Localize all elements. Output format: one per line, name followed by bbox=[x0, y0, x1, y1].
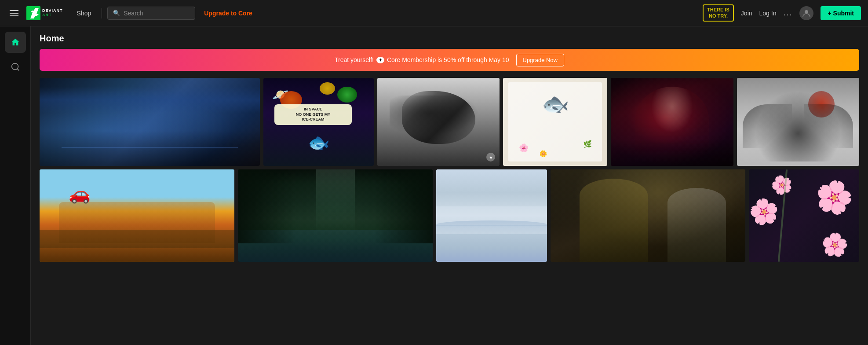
gallery-item-space-comic[interactable]: IN SPACENO ONE GETS MYICE-CREAM 🐟 bbox=[263, 78, 374, 166]
top-navigation: DEVIANT ART Shop 🔍 Upgrade to Core THERE… bbox=[0, 0, 868, 26]
gallery-item-horse-bw[interactable]: ★ bbox=[377, 78, 500, 166]
submit-button[interactable]: + Submit bbox=[821, 6, 861, 20]
gallery-item-dark-fantasy[interactable] bbox=[611, 78, 733, 166]
upgrade-now-button[interactable]: Upgrade Now bbox=[516, 54, 565, 66]
promo-banner: Treat yourself! ✦ Core Membership is 50%… bbox=[40, 49, 859, 71]
upgrade-core-link[interactable]: Upgrade to Core bbox=[204, 10, 252, 17]
login-link[interactable]: Log In bbox=[759, 10, 777, 17]
gallery-row-1: IN SPACENO ONE GETS MYICE-CREAM 🐟 ★ bbox=[40, 78, 859, 166]
promo-text: Treat yourself! ✦ Core Membership is 50%… bbox=[335, 56, 509, 63]
page-title: Home bbox=[40, 33, 859, 44]
sidebar-item-home[interactable] bbox=[5, 32, 26, 53]
gallery-item-urban-night[interactable] bbox=[40, 78, 260, 166]
gallery-item-fish-napkin[interactable]: 🐟 🌸 🌿 🌼 bbox=[503, 78, 607, 166]
svg-point-2 bbox=[11, 63, 18, 70]
gallery: IN SPACENO ONE GETS MYICE-CREAM 🐟 ★ bbox=[31, 78, 868, 262]
explore-icon bbox=[11, 62, 20, 72]
svg-line-3 bbox=[17, 69, 19, 70]
gallery-item-misty-landscape[interactable] bbox=[436, 169, 547, 262]
app-body: Home Treat yourself! ✦ Core Membership i… bbox=[0, 26, 868, 345]
gallery-item-dark-winged[interactable] bbox=[737, 78, 859, 166]
promo-line1: THERE IS bbox=[707, 7, 729, 13]
svg-point-1 bbox=[805, 10, 808, 14]
more-options-button[interactable]: ... bbox=[783, 8, 792, 18]
join-link[interactable]: Join bbox=[741, 10, 752, 17]
avatar-icon bbox=[802, 9, 810, 17]
search-box[interactable]: 🔍 bbox=[107, 7, 195, 20]
hamburger-menu[interactable] bbox=[7, 7, 21, 19]
sidebar bbox=[0, 26, 31, 345]
home-icon bbox=[11, 37, 20, 47]
shop-link[interactable]: Shop bbox=[72, 10, 97, 17]
promo-badge[interactable]: THERE IS NO TRY. bbox=[703, 4, 734, 21]
main-content: Home Treat yourself! ✦ Core Membership i… bbox=[31, 26, 868, 345]
search-icon: 🔍 bbox=[113, 10, 120, 16]
promo-prefix: Treat yourself! bbox=[335, 56, 374, 63]
search-input[interactable] bbox=[124, 10, 190, 17]
page-header: Home bbox=[31, 26, 868, 49]
nav-divider bbox=[102, 8, 102, 18]
logo[interactable]: DEVIANT ART bbox=[26, 6, 63, 20]
gallery-item-forest-river[interactable] bbox=[238, 169, 433, 262]
user-avatar[interactable] bbox=[799, 6, 813, 20]
gallery-item-orchids[interactable]: 🌸 🌸 🌸 🌸 bbox=[749, 169, 859, 262]
gallery-item-cartoon-road[interactable]: 🚗 bbox=[40, 169, 234, 262]
promo-main-text: Core Membership is 50% off through May 1… bbox=[387, 56, 509, 63]
nav-right-area: THERE IS NO TRY. Join Log In ... + Submi… bbox=[703, 4, 861, 21]
promo-line2: NO TRY. bbox=[707, 13, 729, 19]
core-badge-icon: ✦ bbox=[376, 57, 384, 63]
gallery-item-warriors[interactable] bbox=[551, 169, 745, 262]
sidebar-item-explore[interactable] bbox=[5, 56, 26, 77]
logo-text-accent: ART bbox=[42, 13, 63, 18]
gallery-row-2: 🚗 bbox=[40, 169, 859, 262]
deviantart-logo-icon bbox=[26, 6, 40, 20]
